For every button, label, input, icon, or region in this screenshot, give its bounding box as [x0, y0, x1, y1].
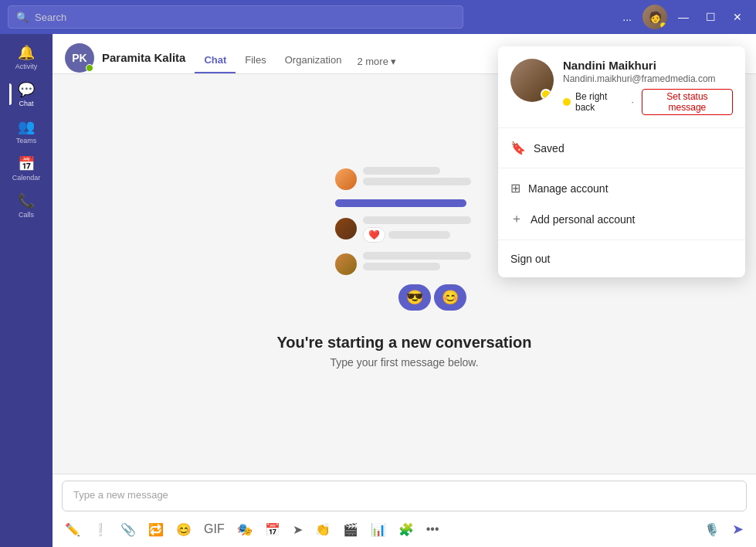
- dictate-icon[interactable]: 🎙️: [701, 519, 723, 540]
- important-icon[interactable]: ❕: [90, 519, 111, 540]
- user-avatar-button[interactable]: 🧑: [642, 5, 667, 29]
- conversation-start: You're starting a new conversation Type …: [276, 334, 531, 369]
- dropdown-status-badge: [541, 89, 551, 100]
- video-clip-icon[interactable]: 🎬: [340, 519, 361, 540]
- loop-icon[interactable]: 🔁: [145, 519, 167, 540]
- sidebar-item-calls[interactable]: 📞 Calls: [9, 189, 43, 223]
- sidebar-label-calendar: Calendar: [12, 174, 41, 182]
- dropdown-saved-item[interactable]: 🔖 Saved: [498, 133, 745, 163]
- msg-bubble-group-2: [335, 199, 466, 207]
- search-icon: 🔍: [16, 12, 29, 23]
- msg-avatar-1: [335, 168, 357, 190]
- apps-icon[interactable]: 🧩: [395, 519, 417, 540]
- chart-icon[interactable]: 📊: [368, 519, 389, 540]
- gif-icon[interactable]: GIF: [201, 519, 228, 539]
- sidebar-label-teams: Teams: [16, 137, 37, 144]
- format-icon[interactable]: ✏️: [62, 519, 83, 540]
- profile-name: Paramita Kalita: [102, 51, 185, 64]
- msg-row-1: [335, 167, 474, 190]
- msg-bubble-group-3: ❤️: [363, 216, 471, 243]
- msg-bubble-group-4: [363, 252, 471, 270]
- calls-icon: 📞: [18, 192, 35, 209]
- more-options-button[interactable]: ...: [616, 8, 638, 26]
- empty-state-title: You're starting a new conversation: [276, 334, 531, 352]
- saved-label: Saved: [534, 142, 564, 155]
- msg-bubble-2a: [335, 199, 466, 207]
- active-indicator: [9, 83, 12, 105]
- tab-chat[interactable]: Chat: [195, 48, 236, 73]
- dropdown-status-row: Be right back · Set status message: [563, 89, 733, 115]
- chat-icon: 💬: [18, 81, 35, 98]
- maximize-button[interactable]: ☐: [700, 8, 722, 26]
- title-bar-controls: ... 🧑 — ☐ ✕: [616, 5, 748, 29]
- dropdown-status-text: Be right back: [575, 91, 627, 113]
- praise-icon[interactable]: 👏: [312, 519, 334, 540]
- add-account-icon: ＋: [510, 211, 523, 227]
- more-label: 2 more: [357, 56, 388, 67]
- msg-bubble-1b: [363, 178, 471, 185]
- tab-more[interactable]: 2 more ▾: [351, 49, 402, 73]
- msg-bubble-1a: [363, 167, 440, 175]
- msg-bubble-4a: [363, 252, 471, 260]
- msg-bubble-4b: [363, 263, 440, 270]
- manage-account-icon: ⊞: [510, 181, 520, 195]
- sidebar-item-activity[interactable]: 🔔 Activity: [9, 40, 43, 74]
- status-separator: ·: [632, 97, 634, 107]
- dropdown-user-name: Nandini Maikhuri: [563, 59, 733, 72]
- activity-icon: 🔔: [18, 44, 35, 61]
- dropdown-signout-section: Sign out: [498, 240, 745, 277]
- status-dot: [659, 22, 666, 29]
- msg-bubble-3b: [388, 231, 450, 239]
- msg-bubble-3a: [363, 216, 471, 224]
- sidebar-label-calls: Calls: [19, 211, 34, 219]
- user-dropdown-popup: Nandini Maikhuri Nandini.maikhuri@framed…: [498, 46, 745, 277]
- nav-tabs: Chat Files Organization 2 more ▾: [195, 42, 402, 73]
- more-actions-icon[interactable]: •••: [423, 519, 442, 539]
- sidebar-item-chat[interactable]: 💬 Chat: [9, 77, 43, 111]
- emoji-bubble-2: 😊: [434, 284, 466, 311]
- attach-icon[interactable]: 📎: [117, 519, 139, 540]
- dropdown-saved-section: 🔖 Saved: [498, 128, 745, 168]
- emoji-row: 😎 😊: [335, 284, 466, 311]
- msg-avatar-3: [335, 253, 357, 275]
- minimize-button[interactable]: —: [672, 8, 695, 26]
- search-box[interactable]: 🔍 Search: [8, 5, 463, 29]
- sidebar-label-activity: Activity: [15, 63, 38, 70]
- dropdown-add-personal-item[interactable]: ＋ Add personal account: [498, 203, 745, 235]
- dropdown-avatar: [510, 59, 554, 102]
- tab-files[interactable]: Files: [236, 48, 275, 73]
- tab-organization[interactable]: Organization: [276, 48, 351, 73]
- sidebar-item-calendar[interactable]: 📅 Calendar: [9, 151, 43, 185]
- profile-avatar: PK: [65, 43, 94, 73]
- send-forward-icon[interactable]: ➤: [290, 519, 306, 540]
- close-button[interactable]: ✕: [727, 8, 748, 26]
- schedule-icon[interactable]: 📅: [262, 519, 283, 540]
- reaction-badge: ❤️: [363, 227, 385, 243]
- dropdown-account-section: ⊞ Manage account ＋ Add personal account: [498, 168, 745, 240]
- sticker-icon[interactable]: 🎭: [234, 519, 256, 540]
- dropdown-user-email: Nandini.maikhuri@framedmedia.com: [563, 73, 733, 84]
- sidebar-item-teams[interactable]: 👥 Teams: [9, 114, 43, 148]
- manage-account-label: Manage account: [528, 182, 609, 195]
- title-bar: 🔍 Search ... 🧑 — ☐ ✕: [0, 0, 756, 34]
- msg-avatar-2: [335, 218, 357, 240]
- chevron-down-icon: ▾: [391, 56, 396, 67]
- emoji-icon[interactable]: 😊: [173, 519, 195, 540]
- sidebar: 🔔 Activity 💬 Chat 👥 Teams 📅 Calendar 📞 C…: [0, 34, 53, 547]
- message-input-area: Type a new message ✏️ ❕ 📎 🔁 😊 GIF 🎭 📅 ➤ …: [53, 474, 756, 547]
- dropdown-manage-account-item[interactable]: ⊞ Manage account: [498, 173, 745, 203]
- send-button[interactable]: ➤: [729, 518, 747, 541]
- sidebar-label-chat: Chat: [19, 100, 33, 107]
- message-toolbar: ✏️ ❕ 📎 🔁 😊 GIF 🎭 📅 ➤ 👏 🎬 📊 🧩 ••• 🎙️ ➤: [53, 515, 756, 547]
- msg-row-4: [335, 252, 474, 275]
- bookmark-icon: 🔖: [510, 141, 526, 155]
- add-personal-label: Add personal account: [531, 213, 635, 226]
- msg-row-2: [335, 199, 466, 207]
- set-status-button[interactable]: Set status message: [642, 89, 733, 115]
- message-input-placeholder[interactable]: Type a new message: [62, 481, 747, 511]
- teams-icon: 👥: [18, 118, 35, 135]
- calendar-icon: 📅: [18, 155, 35, 172]
- dropdown-profile-section: Nandini Maikhuri Nandini.maikhuri@framed…: [498, 46, 745, 128]
- msg-row-3: ❤️: [335, 216, 474, 243]
- dropdown-signout-item[interactable]: Sign out: [498, 245, 745, 273]
